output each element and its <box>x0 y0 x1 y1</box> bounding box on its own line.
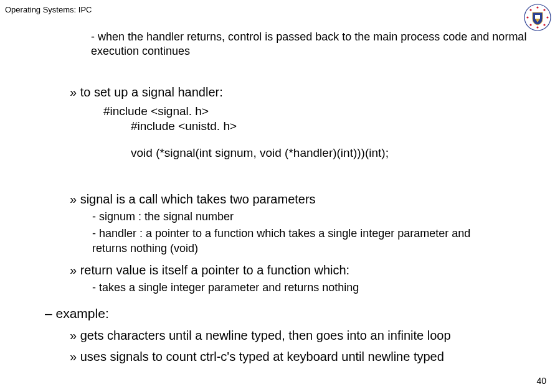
slide-content: - when the handler returns, control is p… <box>0 30 555 365</box>
code-line: void (*signal(int signum, void (*handler… <box>131 146 555 161</box>
svg-point-8 <box>529 9 531 11</box>
code-line: #include <signal. h> <box>103 104 555 119</box>
bullet-text: » to set up a signal handler: <box>70 84 555 100</box>
svg-point-1 <box>536 6 538 8</box>
header-title: Operating Systems: IPC <box>5 5 92 14</box>
bullet-text: » signal is a call which takes two param… <box>70 191 555 207</box>
slide-header: Operating Systems: IPC <box>5 5 92 14</box>
bullet-text: – example: <box>45 305 555 322</box>
slide-page: Operating Systems: IPC - when the handle… <box>0 0 555 392</box>
sub-bullet-text: » gets characters until a newline typed,… <box>70 327 555 343</box>
sub-bullet-text: - takes a single integer parameter and r… <box>92 281 555 295</box>
svg-point-3 <box>546 16 548 18</box>
svg-point-4 <box>543 24 545 26</box>
university-crest-icon <box>524 4 551 31</box>
svg-rect-9 <box>535 15 540 19</box>
sub-bullet-text: - handler : a pointer to a function whic… <box>92 226 555 241</box>
sub-bullet-text: » uses signals to count ctrl-c's typed a… <box>70 348 555 365</box>
svg-point-5 <box>536 26 538 28</box>
page-number: 40 <box>536 376 546 386</box>
svg-point-6 <box>529 24 531 26</box>
bullet-text: - when the handler returns, control is p… <box>91 30 555 59</box>
code-line: #include <unistd. h> <box>131 119 555 134</box>
bullet-text: » return value is itself a pointer to a … <box>70 262 555 278</box>
sub-bullet-text: - signum : the signal number <box>92 210 555 224</box>
svg-point-7 <box>526 16 528 18</box>
sub-bullet-text: returns nothing (void) <box>92 241 555 256</box>
svg-point-2 <box>543 9 545 11</box>
